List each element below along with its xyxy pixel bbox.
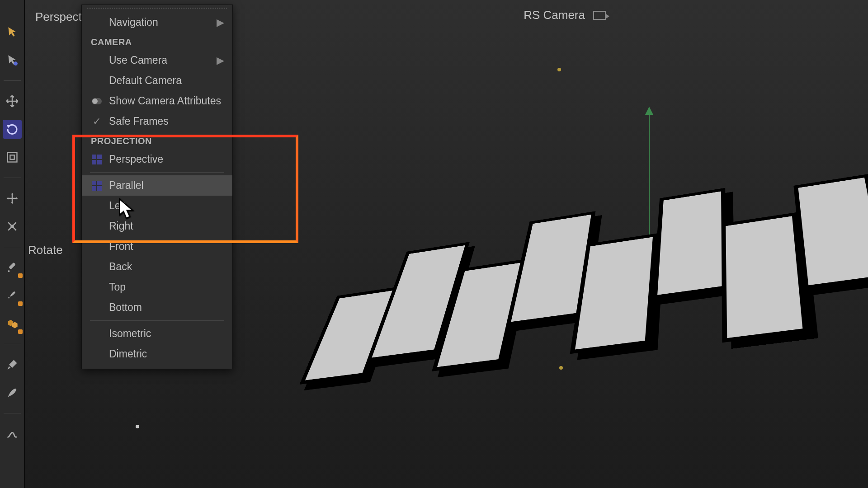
- menu-item-label: Right: [109, 220, 133, 232]
- menu-item-safe-frames[interactable]: ✓ Safe Frames: [82, 111, 232, 131]
- camera-icon: [593, 11, 606, 20]
- pen-tool[interactable]: [3, 383, 22, 402]
- menu-item-dimetric[interactable]: Dimetric: [82, 344, 232, 364]
- rotate-tool[interactable]: [3, 120, 22, 139]
- checkmark-icon: ✓: [93, 116, 101, 127]
- menu-item-label: Safe Frames: [109, 115, 169, 127]
- menu-item-label: Use Camera: [109, 54, 167, 66]
- pivot-point-icon: [557, 68, 561, 71]
- menu-grip-icon[interactable]: [87, 8, 227, 10]
- svg-point-0: [14, 61, 18, 66]
- spline-tool[interactable]: [3, 424, 22, 443]
- grid-icon: [92, 181, 102, 191]
- menu-divider: [90, 320, 224, 321]
- grid-icon: [92, 155, 102, 164]
- menu-item-back[interactable]: Back: [82, 257, 232, 277]
- menu-item-label: Left: [109, 200, 126, 212]
- menu-item-label: Default Camera: [109, 75, 182, 87]
- toggle-icon: [92, 98, 102, 104]
- menu-item-top[interactable]: Top: [82, 277, 232, 297]
- chevron-right-icon: ▶: [217, 55, 224, 66]
- menu-item-navigation[interactable]: Navigation ▶: [82, 12, 232, 33]
- menu-item-use-camera[interactable]: Use Camera ▶: [82, 50, 232, 70]
- menu-item-label: Front: [109, 240, 133, 253]
- menu-item-label: Isometric: [109, 328, 151, 340]
- snap-tool[interactable]: [3, 217, 22, 236]
- menu-item-parallel[interactable]: Parallel: [82, 175, 232, 196]
- menu-section-projection: PROJECTION: [82, 131, 232, 149]
- menu-item-label: Top: [109, 281, 126, 293]
- menu-item-label: Show Camera Attributes: [109, 95, 221, 107]
- menu-divider: [90, 172, 224, 173]
- pivot-point-icon: [559, 366, 563, 370]
- menu-item-bottom[interactable]: Bottom: [82, 297, 232, 318]
- select-tool[interactable]: [3, 23, 22, 42]
- active-camera-label[interactable]: RS Camera: [524, 8, 606, 22]
- chevron-right-icon: ▶: [217, 17, 224, 28]
- svg-point-3: [10, 225, 14, 228]
- menu-item-label: Bottom: [109, 301, 142, 314]
- menu-item-perspective[interactable]: Perspective: [82, 149, 232, 169]
- tool-name-label: Rotate: [28, 243, 63, 257]
- menu-item-label: Perspective: [109, 153, 163, 165]
- brush-tool[interactable]: [3, 258, 22, 277]
- menu-item-right[interactable]: Right: [82, 216, 232, 236]
- paint-tool[interactable]: [3, 355, 22, 374]
- menu-section-camera: CAMERA: [82, 33, 232, 50]
- menu-item-left[interactable]: Left: [82, 196, 232, 216]
- sculpt-tool[interactable]: [3, 286, 22, 305]
- viewport-marker-icon: [136, 425, 139, 428]
- menu-item-label: Parallel: [109, 179, 144, 192]
- cameras-menu: Navigation ▶ CAMERA Use Camera ▶ Default…: [81, 5, 233, 369]
- svg-rect-1: [8, 153, 17, 162]
- camera-name-text: RS Camera: [524, 8, 585, 22]
- live-select-tool[interactable]: [3, 51, 22, 70]
- menu-item-label: Dimetric: [109, 348, 147, 360]
- left-toolbar: [0, 0, 25, 488]
- svg-rect-2: [10, 155, 14, 159]
- axis-move-tool[interactable]: [3, 189, 22, 208]
- menu-item-front[interactable]: Front: [82, 236, 232, 257]
- move-tool[interactable]: [3, 92, 22, 111]
- scale-tool[interactable]: [3, 148, 22, 167]
- menu-item-show-camera-attributes[interactable]: Show Camera Attributes: [82, 91, 232, 111]
- cubes-tool[interactable]: [3, 314, 22, 333]
- menu-item-label: Back: [109, 261, 132, 273]
- menu-item-default-camera[interactable]: Default Camera: [82, 70, 232, 91]
- menu-item-label: Navigation: [109, 16, 158, 28]
- menu-item-isometric[interactable]: Isometric: [82, 324, 232, 344]
